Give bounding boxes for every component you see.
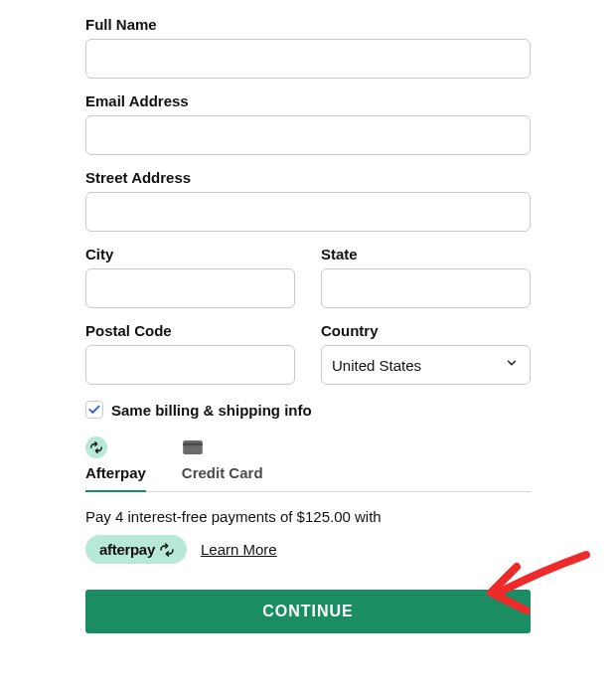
country-select[interactable]: United States: [321, 345, 531, 385]
state-label: State: [321, 246, 531, 262]
afterpay-badge: afterpay: [85, 535, 187, 564]
street-input[interactable]: [85, 192, 531, 232]
field-city: City: [85, 246, 295, 308]
same-billing-checkbox[interactable]: [85, 401, 103, 419]
tab-credit-card-label: Credit Card: [182, 464, 263, 481]
field-postal: Postal Code: [85, 322, 295, 385]
email-input[interactable]: [85, 115, 531, 155]
afterpay-loop-icon: [159, 542, 175, 558]
tab-credit-card[interactable]: Credit Card: [182, 436, 263, 491]
field-state: State: [321, 246, 531, 308]
afterpay-loop-icon: [85, 436, 107, 458]
street-label: Street Address: [85, 169, 531, 186]
email-label: Email Address: [85, 92, 531, 109]
state-input[interactable]: [321, 268, 531, 308]
full-name-label: Full Name: [85, 16, 531, 33]
field-country: Country United States: [321, 322, 531, 385]
field-email: Email Address: [85, 92, 531, 155]
checkout-form: Full Name Email Address Street Address C…: [0, 0, 616, 633]
same-billing-label: Same billing & shipping info: [111, 402, 312, 419]
continue-button[interactable]: CONTINUE: [85, 590, 531, 633]
tab-afterpay-label: Afterpay: [85, 464, 146, 481]
payment-tabs: Afterpay Credit Card: [85, 436, 531, 492]
afterpay-badge-text: afterpay: [99, 541, 155, 558]
tab-afterpay[interactable]: Afterpay: [85, 436, 146, 491]
learn-more-link[interactable]: Learn More: [201, 541, 277, 558]
postal-label: Postal Code: [85, 322, 295, 339]
svg-rect-0: [183, 440, 203, 454]
same-billing-row[interactable]: Same billing & shipping info: [85, 401, 531, 419]
full-name-input[interactable]: [85, 39, 531, 79]
afterpay-row: afterpay Learn More: [85, 535, 531, 564]
field-full-name: Full Name: [85, 16, 531, 79]
city-input[interactable]: [85, 268, 295, 308]
svg-rect-1: [183, 443, 203, 446]
afterpay-message: Pay 4 interest-free payments of $125.00 …: [85, 508, 531, 525]
field-street: Street Address: [85, 169, 531, 232]
city-label: City: [85, 246, 295, 262]
postal-input[interactable]: [85, 345, 295, 385]
credit-card-icon: [182, 436, 204, 458]
country-label: Country: [321, 322, 531, 339]
